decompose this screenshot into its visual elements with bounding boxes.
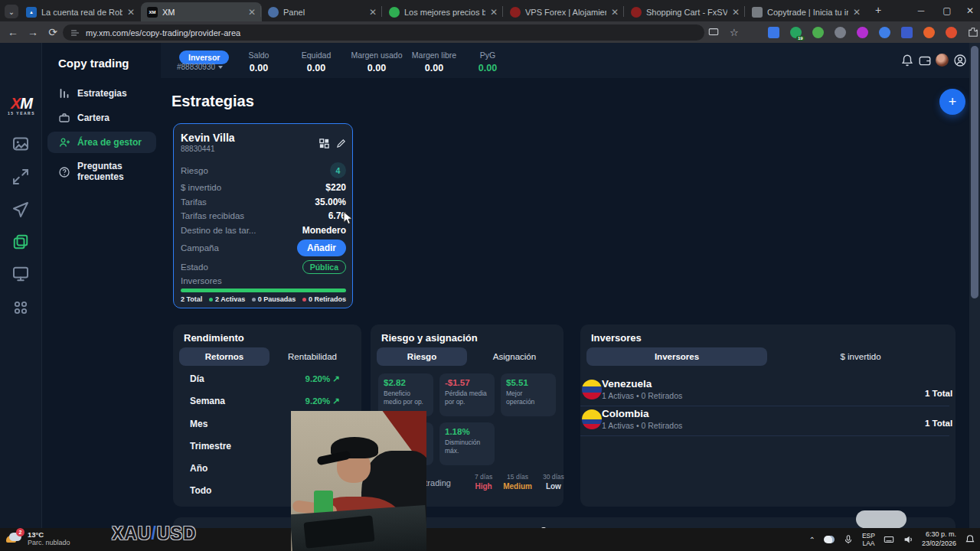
- tab-search-chevron-icon[interactable]: ⌄: [5, 5, 18, 18]
- tab-riesgo[interactable]: Riesgo: [377, 347, 467, 366]
- qr-grid-icon[interactable]: [318, 138, 330, 149]
- page-title: Estrategias: [172, 93, 254, 110]
- extension-icon[interactable]: [857, 27, 868, 38]
- webinars-icon[interactable]: [11, 265, 30, 283]
- tab-close-icon[interactable]: ✕: [853, 7, 861, 18]
- reload-button[interactable]: ⟳: [43, 26, 63, 38]
- bar-chart-icon: [58, 87, 70, 99]
- tab-retornos[interactable]: Retornos: [179, 347, 270, 366]
- extension-icon[interactable]: [835, 27, 846, 38]
- tab-close-icon[interactable]: ✕: [732, 7, 740, 18]
- browser-tab-active[interactable]: XM XM ✕: [141, 2, 262, 21]
- investor-row-colombia[interactable]: Colombia 1 Activas • 0 Retirados: [602, 408, 682, 430]
- investor-row-venezuela[interactable]: Venezuela 1 Activas • 0 Retirados: [602, 378, 682, 400]
- extension-icon[interactable]: [879, 27, 890, 38]
- sidebar-item-cartera[interactable]: Cartera: [47, 107, 156, 129]
- edit-pencil-icon[interactable]: [335, 138, 347, 149]
- card-row-invertido: $ invertido$220: [181, 182, 346, 193]
- extension-icon[interactable]: [946, 27, 957, 38]
- browser-tab[interactable]: VPS Forex | Alojamiento VPS Fo ✕: [504, 2, 625, 21]
- tab-invertido[interactable]: $ invertido: [773, 347, 948, 366]
- browser-tabstrip: ⌄ ▲ La cuenta real de RoboForex p ✕ XM X…: [0, 0, 980, 21]
- extension-icon[interactable]: [901, 27, 913, 38]
- stat-beneficio-medio: $2.82 Beneficio medio por op.: [378, 373, 433, 416]
- site-info-icon[interactable]: [70, 28, 80, 37]
- tab-close-icon[interactable]: ✕: [611, 7, 619, 18]
- touch-keyboard-icon[interactable]: [884, 534, 894, 545]
- onedrive-icon[interactable]: [824, 536, 835, 543]
- briefcase-icon: [58, 112, 70, 124]
- forward-button[interactable]: →: [23, 26, 43, 38]
- taskbar-weather-widget[interactable]: 2 13°C Parc. nublado: [6, 530, 70, 546]
- address-bar[interactable]: my.xm.com/es/copy-trading/provider-area: [63, 24, 704, 41]
- add-strategy-button[interactable]: +: [939, 89, 965, 115]
- new-tab-button[interactable]: +: [871, 4, 885, 18]
- back-button[interactable]: ←: [3, 26, 23, 38]
- section-title: Copy trading: [58, 57, 129, 70]
- browser-tab[interactable]: Los mejores precios baratos de ✕: [383, 2, 504, 21]
- tab-asignacion[interactable]: Asignación: [473, 347, 556, 366]
- sidebar-item-area-de-gestor[interactable]: Área de gestor: [47, 132, 156, 153]
- notification-center-icon[interactable]: [965, 534, 975, 545]
- weather-cloud-icon: 2: [6, 531, 23, 546]
- extensions-puzzle-icon[interactable]: [968, 27, 978, 37]
- tab-close-icon[interactable]: ✕: [369, 7, 377, 18]
- rendimiento-title: Rendimiento: [184, 332, 244, 344]
- tray-chevron-icon[interactable]: ⌃: [809, 536, 815, 544]
- toolbar-extensions: ☆ 19 ⋮: [708, 23, 980, 41]
- speaker-icon[interactable]: [903, 534, 913, 545]
- account-id-dropdown[interactable]: #88830930: [177, 63, 223, 71]
- copy-trading-icon[interactable]: [11, 233, 30, 251]
- sidebar-item-preguntas-frecuentes[interactable]: Preguntas frecuentes: [47, 158, 156, 186]
- chevron-down-icon: [218, 66, 223, 69]
- stat-saldo: Saldo0.00: [228, 51, 289, 73]
- extension-icon[interactable]: [923, 27, 935, 38]
- sidebar-item-estrategias[interactable]: Estrategias: [47, 83, 156, 104]
- tab-rentabilidad[interactable]: Rentabilidad: [273, 347, 352, 366]
- browser-tab[interactable]: Panel ✕: [262, 2, 383, 21]
- extension-icon[interactable]: [768, 27, 779, 38]
- stat-mejor-operacion: $5.51 Mejor operación: [501, 373, 556, 416]
- browser-tab[interactable]: Shopping Cart - FxSVPS ✕: [625, 2, 746, 21]
- browser-tab[interactable]: Copytrade | Inicia tu inversión ✕: [746, 2, 867, 21]
- xauusd-watermark: XAU/USD: [112, 523, 197, 544]
- card-row-destino: Destino de las tar...Monedero: [181, 225, 346, 236]
- roboforex-favicon: ▲: [26, 7, 37, 18]
- window-maximize-button[interactable]: ▢: [934, 0, 960, 21]
- add-campaign-button[interactable]: Añadir: [297, 240, 346, 256]
- clock[interactable]: 6:30 p. m.23/02/2026: [922, 530, 956, 548]
- tab-close-icon[interactable]: ✕: [248, 7, 256, 18]
- window-minimize-button[interactable]: ─: [908, 0, 934, 21]
- trading-icon[interactable]: [11, 168, 30, 186]
- dashboard-icon[interactable]: [11, 135, 30, 153]
- extension-icon[interactable]: [812, 27, 824, 38]
- copytrade-favicon: [752, 7, 763, 18]
- browser-tab[interactable]: ▲ La cuenta real de RoboForex p ✕: [20, 2, 141, 21]
- colombia-flag: [582, 409, 602, 429]
- microphone-icon[interactable]: [843, 534, 854, 545]
- bookmark-star-icon[interactable]: ☆: [730, 27, 739, 38]
- tab-close-icon[interactable]: ✕: [127, 7, 135, 18]
- notifications-bell-icon[interactable]: [900, 54, 914, 67]
- language-indicator[interactable]: ESPLAA: [862, 532, 875, 547]
- stat-perdida-media: -$1.57 Pérdida media por op.: [439, 373, 495, 416]
- wallet-icon[interactable]: [918, 54, 932, 67]
- profile-icon[interactable]: [953, 54, 967, 67]
- tab-inversores[interactable]: Inversores: [586, 347, 767, 366]
- stat-pyg: PyG0.00: [457, 51, 518, 73]
- xm-favicon: XM: [147, 7, 158, 18]
- strategy-name: Kevin Villa: [181, 132, 235, 144]
- extension-icon[interactable]: 19: [790, 27, 802, 38]
- tab-close-icon[interactable]: ✕: [490, 7, 498, 18]
- discover-icon[interactable]: [11, 201, 30, 219]
- up-arrow-icon: ↗: [332, 374, 340, 383]
- active-dot: [209, 298, 213, 302]
- window-close-button[interactable]: ✕: [960, 0, 980, 21]
- cast-icon[interactable]: [708, 27, 719, 37]
- page-popup-button[interactable]: [856, 510, 906, 528]
- paused-dot: [252, 298, 256, 302]
- xm-logo[interactable]: XM 15 YEARS: [5, 95, 38, 116]
- user-avatar[interactable]: [936, 54, 949, 67]
- scrollbar-thumb[interactable]: [971, 46, 978, 298]
- apps-grid-icon[interactable]: [11, 298, 30, 317]
